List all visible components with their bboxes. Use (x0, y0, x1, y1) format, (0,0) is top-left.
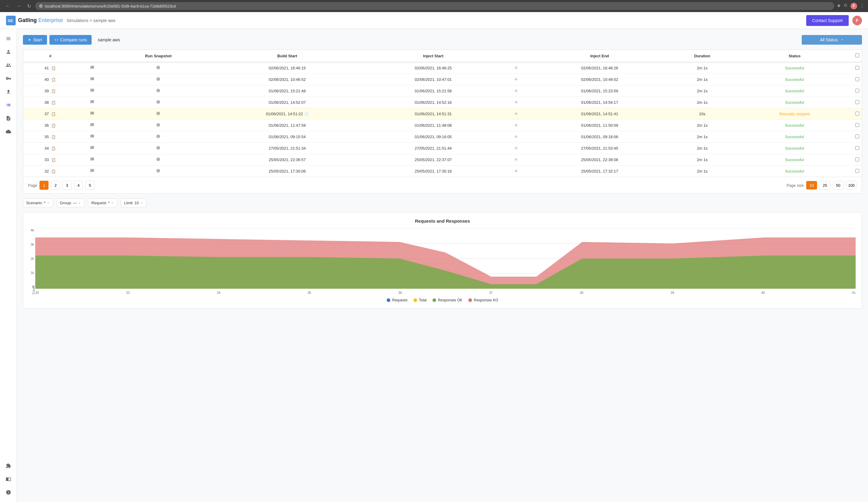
cell-checkbox[interactable] (852, 165, 862, 177)
copy-icon[interactable]: 📋 (51, 66, 56, 71)
cell-checkbox[interactable] (852, 74, 862, 86)
table-row[interactable]: 41 📋 02/06/2021, 16:46:15 02/06/2021, 16… (23, 62, 862, 74)
cell-comment[interactable] (78, 97, 107, 108)
sidebar-item-users[interactable] (2, 59, 14, 71)
sidebar-item-cloud[interactable] (2, 126, 14, 138)
avatar[interactable]: F (852, 16, 862, 26)
nav-back[interactable]: ← (3, 2, 12, 10)
page-btn-2[interactable]: 2 (51, 181, 60, 190)
row-checkbox[interactable] (855, 77, 859, 81)
copy-icon[interactable]: 📋 (51, 77, 56, 82)
page-size-10[interactable]: 10 (806, 181, 817, 190)
select-all-checkbox[interactable] (855, 53, 859, 57)
table-row[interactable]: 34 📋 27/05/2021, 21:51:34 27/05/2021, 21… (23, 143, 862, 154)
copy-icon[interactable]: 📋 (51, 123, 56, 128)
row-checkbox[interactable] (855, 89, 859, 93)
copy-icon[interactable]: 📋 (51, 157, 56, 163)
table-row[interactable]: 35 📋 01/06/2021, 09:15:54 01/06/2021, 09… (23, 131, 862, 143)
sidebar-item-upload[interactable] (2, 86, 14, 98)
copy-icon[interactable]: 📋 (51, 134, 56, 140)
row-checkbox[interactable] (855, 112, 859, 116)
cell-chart-icon[interactable] (502, 108, 531, 120)
scenario-filter[interactable]: Scenario: * (23, 199, 53, 207)
row-checkbox[interactable] (855, 169, 859, 173)
cell-snapshot[interactable] (107, 143, 209, 154)
group-filter[interactable]: Group: — (56, 199, 84, 207)
page-btn-3[interactable]: 3 (62, 181, 71, 190)
cell-comment[interactable] (78, 74, 107, 86)
table-row[interactable]: 39 📋 01/06/2021, 15:21:48 01/06/2021, 15… (23, 86, 862, 97)
table-row[interactable]: 36 📋 01/06/2021, 11:47:58 01/06/2021, 11… (23, 120, 862, 131)
table-row[interactable]: 32 📋 25/05/2021, 17:30:06 25/05/2021, 17… (23, 165, 862, 177)
request-filter[interactable]: Request: * (88, 199, 117, 207)
page-size-50[interactable]: 50 (833, 181, 844, 190)
cell-comment[interactable] (78, 62, 107, 74)
sidebar-item-keys[interactable] (2, 72, 14, 84)
sidebar-item-runs[interactable] (2, 99, 14, 111)
nav-forward[interactable]: → (14, 2, 23, 10)
cell-chart-icon[interactable] (502, 74, 531, 86)
cell-comment[interactable] (78, 86, 107, 97)
sidebar-item-plugins[interactable] (2, 460, 14, 472)
row-checkbox[interactable] (855, 158, 859, 161)
col-checkbox-header[interactable] (852, 50, 862, 62)
table-row[interactable]: 38 📋 01/06/2021, 14:52:07 01/06/2021, 14… (23, 97, 862, 108)
sidebar-item-menu[interactable] (2, 32, 14, 45)
page-size-25[interactable]: 25 (819, 181, 830, 190)
cell-checkbox[interactable] (852, 120, 862, 131)
cell-checkbox[interactable] (852, 108, 862, 120)
row-checkbox[interactable] (855, 134, 859, 139)
cell-comment[interactable] (78, 165, 107, 177)
copy-icon[interactable]: 📋 (51, 111, 56, 117)
cell-snapshot[interactable] (107, 165, 209, 177)
cell-comment[interactable] (78, 154, 107, 165)
cell-chart-icon[interactable] (502, 131, 531, 143)
cell-checkbox[interactable] (852, 97, 862, 108)
row-checkbox[interactable] (855, 123, 859, 127)
cell-checkbox[interactable] (852, 62, 862, 74)
cell-checkbox[interactable] (852, 143, 862, 154)
row-checkbox[interactable] (855, 146, 859, 150)
cell-comment[interactable] (78, 108, 107, 120)
cell-checkbox[interactable] (852, 154, 862, 165)
sidebar-item-info[interactable] (2, 486, 14, 499)
cell-snapshot[interactable] (107, 108, 209, 120)
cell-chart-icon[interactable] (502, 97, 531, 108)
table-row[interactable]: 37 📋 01/06/2021, 14:51:22 📄 01/06/2021, … (23, 108, 862, 120)
page-btn-4[interactable]: 4 (74, 181, 83, 190)
cell-snapshot[interactable] (107, 131, 209, 143)
table-row[interactable]: 40 📋 02/06/2021, 10:46:52 02/06/2021, 10… (23, 74, 862, 86)
page-btn-5[interactable]: 5 (85, 181, 94, 190)
contact-support-button[interactable]: Contact Support (806, 15, 849, 26)
start-button[interactable]: Start (23, 35, 47, 45)
cell-chart-icon[interactable] (502, 120, 531, 131)
status-filter-button[interactable]: All Status (802, 35, 862, 45)
cell-chart-icon[interactable] (502, 62, 531, 74)
cell-snapshot[interactable] (107, 154, 209, 165)
cell-checkbox[interactable] (852, 86, 862, 97)
url-bar[interactable]: localhost:3000/#/simulations/runs/fc15e5… (35, 2, 834, 10)
cell-chart-icon[interactable] (502, 143, 531, 154)
limit-filter[interactable]: Limit: 10 (121, 199, 146, 207)
cell-snapshot[interactable] (107, 86, 209, 97)
page-btn-1[interactable]: 1 (40, 181, 49, 190)
compare-runs-button[interactable]: Compare runs (50, 35, 92, 45)
copy-icon[interactable]: 📋 (51, 146, 56, 151)
cell-comment[interactable] (78, 143, 107, 154)
nav-refresh[interactable]: ↻ (25, 2, 33, 10)
sidebar-item-docs[interactable] (2, 473, 14, 485)
page-size-100[interactable]: 100 (846, 181, 857, 190)
cell-comment[interactable] (78, 131, 107, 143)
cell-chart-icon[interactable] (502, 154, 531, 165)
sidebar-item-profile[interactable] (2, 46, 14, 58)
cell-snapshot[interactable] (107, 97, 209, 108)
cell-checkbox[interactable] (852, 131, 862, 143)
table-row[interactable]: 33 📋 25/05/2021, 22:36:57 25/05/2021, 22… (23, 154, 862, 165)
cell-snapshot[interactable] (107, 62, 209, 74)
row-checkbox[interactable] (855, 66, 859, 70)
copy-icon[interactable]: 📋 (51, 169, 56, 174)
copy-icon[interactable]: 📋 (51, 100, 56, 105)
copy-icon[interactable]: 📋 (51, 88, 56, 94)
row-checkbox[interactable] (855, 100, 859, 104)
sidebar-item-reports[interactable] (2, 112, 14, 124)
